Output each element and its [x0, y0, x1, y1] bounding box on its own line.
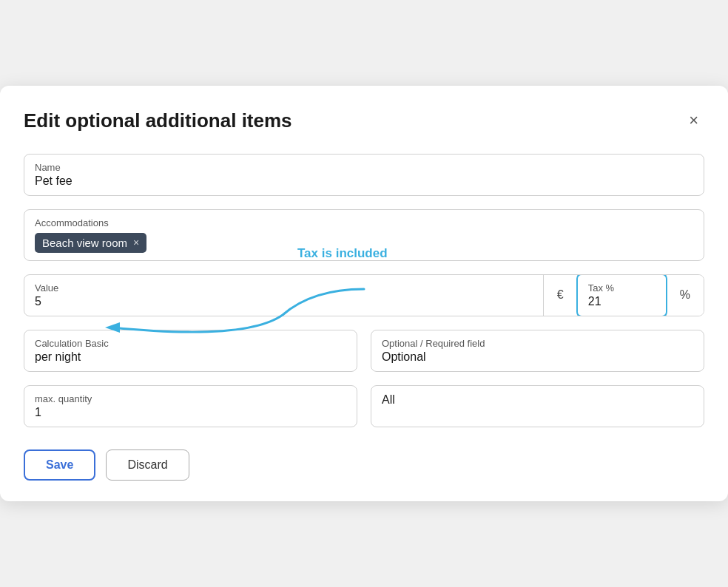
accommodation-tag: Beach view room × — [35, 233, 146, 253]
tax-annotation: Tax is included — [297, 246, 388, 261]
close-button[interactable]: × — [683, 109, 704, 132]
euro-symbol: € — [544, 275, 578, 316]
name-value: Pet fee — [35, 174, 693, 188]
modal-container: Edit optional additional items × Name Pe… — [0, 86, 728, 501]
value-label: Value — [35, 282, 533, 294]
tax-label: Tax % — [588, 282, 655, 294]
modal-header: Edit optional additional items × — [24, 109, 704, 132]
max-quantity-label: max. quantity — [35, 393, 346, 404]
name-field-wrapper[interactable]: Name Pet fee — [24, 154, 704, 196]
optional-required-field[interactable]: Optional / Required field Optional — [371, 330, 704, 372]
calculation-basic-value: per night — [35, 350, 346, 364]
value-tax-row: Value 5 € Tax % 21 % — [24, 274, 704, 316]
name-field-group: Name Pet fee — [24, 154, 704, 196]
calculation-basic-label: Calculation Basic — [35, 338, 346, 349]
discard-button[interactable]: Discard — [106, 449, 189, 481]
name-label: Name — [35, 162, 693, 173]
value-value: 5 — [35, 295, 533, 308]
optional-required-value: Optional — [382, 350, 693, 364]
quantity-all-row: max. quantity 1 All — [24, 385, 704, 427]
value-section[interactable]: Value 5 — [24, 275, 544, 316]
max-quantity-field[interactable]: max. quantity 1 — [24, 385, 357, 427]
optional-required-label: Optional / Required field — [382, 338, 693, 349]
tax-value: 21 — [588, 295, 655, 308]
percent-symbol: % — [667, 275, 704, 316]
accommodation-tag-close[interactable]: × — [133, 237, 139, 248]
calc-optional-row: Calculation Basic per night Optional / R… — [24, 330, 704, 372]
all-value: All — [382, 393, 693, 407]
max-quantity-value: 1 — [35, 406, 346, 419]
accommodation-tag-text: Beach view room — [42, 237, 127, 249]
modal-footer: Save Discard — [24, 449, 704, 481]
modal-title: Edit optional additional items — [24, 109, 292, 132]
calculation-basic-field[interactable]: Calculation Basic per night — [24, 330, 357, 372]
all-field[interactable]: All — [371, 385, 704, 427]
save-button[interactable]: Save — [24, 449, 95, 481]
tax-section[interactable]: Tax % 21 — [578, 275, 667, 316]
accommodations-label: Accommodations — [35, 217, 693, 228]
value-tax-container: Tax is included Value 5 € Tax % 21 % — [24, 274, 704, 316]
